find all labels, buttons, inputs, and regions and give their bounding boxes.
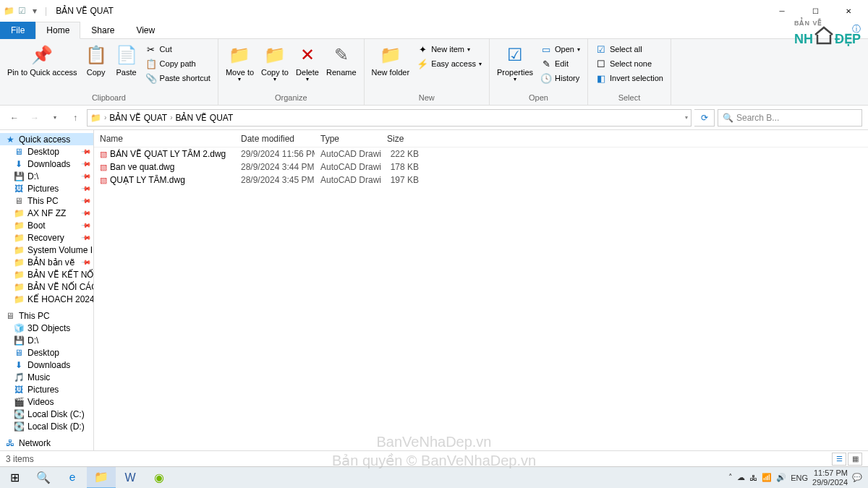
item-icon: ⬇ bbox=[13, 359, 25, 371]
open-button[interactable]: ▭Open▾ bbox=[537, 42, 583, 56]
invert-selection-button[interactable]: ◧Invert selection bbox=[592, 71, 666, 85]
pin-quick-access-button[interactable]: 📌Pin to Quick access bbox=[4, 42, 80, 78]
search-input[interactable]: 🔍 Search B... bbox=[718, 109, 862, 127]
sidebar-item[interactable]: 🖥Desktop📌 bbox=[0, 145, 93, 158]
sidebar-item[interactable]: 📁BẢN VẼ NỐI CÁC TI📌 bbox=[0, 281, 93, 293]
refresh-button[interactable]: ⟳ bbox=[694, 109, 715, 127]
chevron-icon[interactable]: › bbox=[170, 114, 172, 121]
tray-notifications-icon[interactable]: 💬 bbox=[852, 473, 862, 482]
rename-button[interactable]: ✎Rename bbox=[323, 42, 359, 78]
maximize-button[interactable]: ☐ bbox=[799, 0, 832, 22]
copy-path-button[interactable]: 📋Copy path bbox=[142, 56, 213, 71]
sidebar-item[interactable]: 🎵Music bbox=[0, 371, 93, 383]
sidebar-item[interactable]: 💽Local Disk (D:) bbox=[0, 420, 93, 432]
sidebar-quick-access[interactable]: ★Quick access bbox=[0, 133, 93, 145]
folder-icon: 📁 bbox=[3, 5, 14, 17]
easy-access-button[interactable]: ⚡Easy access▾ bbox=[414, 56, 485, 71]
select-none-button[interactable]: ☐Select none bbox=[592, 56, 666, 71]
tray-lang[interactable]: ENG bbox=[791, 474, 808, 482]
sidebar-item[interactable]: 💾D:\ bbox=[0, 334, 93, 346]
item-label: Downloads bbox=[27, 360, 70, 370]
sidebar-item[interactable]: 🖥Desktop bbox=[0, 346, 93, 359]
sidebar-item[interactable]: 📁BẢN bản vẽ📌 bbox=[0, 256, 93, 268]
up-button[interactable]: ↑ bbox=[67, 109, 84, 127]
addr-dropdown-icon[interactable]: ▾ bbox=[685, 114, 688, 121]
new-folder-button[interactable]: 📁New folder bbox=[369, 42, 413, 78]
sidebar-item[interactable]: 📁BẢN VẼ KẾT NỐI MC📌 bbox=[0, 268, 93, 281]
file-row[interactable]: ▧QUẠT LY TÂM.dwg28/9/2024 3:45 PMAutoCAD… bbox=[94, 174, 868, 187]
tray-sound-icon[interactable]: 🔊 bbox=[776, 473, 786, 482]
tab-home[interactable]: Home bbox=[35, 22, 80, 39]
tab-view[interactable]: View bbox=[125, 22, 166, 39]
word-button[interactable]: W bbox=[116, 467, 145, 489]
file-row[interactable]: ▧BẢN VẼ QUAT LY TÂM 2.dwg29/9/2024 11:56… bbox=[94, 147, 868, 160]
back-button[interactable]: ← bbox=[6, 109, 23, 127]
sidebar-item[interactable]: 📁Recovery📌 bbox=[0, 231, 93, 244]
chevron-icon[interactable]: › bbox=[104, 114, 106, 121]
sidebar-item[interactable]: 💾D:\📌 bbox=[0, 170, 93, 182]
forward-button[interactable]: → bbox=[26, 109, 43, 127]
sidebar-item[interactable]: 📁KẾ HOACH 2024📌 bbox=[0, 293, 93, 305]
icons-view-button[interactable]: ▦ bbox=[848, 453, 862, 466]
pin-icon: 📌 bbox=[81, 207, 92, 218]
item-icon: 🧊 bbox=[13, 322, 25, 334]
recent-dropdown[interactable]: ▾ bbox=[46, 109, 64, 127]
clipboard-group-label: Clipboard bbox=[4, 93, 213, 103]
properties-button[interactable]: ☑Properties▾ bbox=[494, 42, 536, 85]
col-name[interactable]: Name bbox=[94, 131, 235, 147]
sidebar-item[interactable]: ⬇Downloads📌 bbox=[0, 158, 93, 170]
sidebar-item[interactable]: 💽Local Disk (C:) bbox=[0, 408, 93, 420]
minimize-button[interactable]: ─ bbox=[765, 0, 799, 22]
sidebar-item[interactable]: 🖥This PC📌 bbox=[0, 194, 93, 207]
breadcrumb-item[interactable]: BẢN VẼ QUAT bbox=[175, 113, 233, 123]
dwg-icon: ▧ bbox=[100, 163, 107, 172]
item-label: Local Disk (C:) bbox=[27, 409, 85, 419]
tray-clock[interactable]: 11:57 PM 29/9/2024 bbox=[812, 468, 848, 486]
sidebar-item[interactable]: 📁AX NF ZZ📌 bbox=[0, 207, 93, 219]
details-view-button[interactable]: ☰ bbox=[832, 453, 846, 466]
sidebar-item[interactable]: 📁Boot📌 bbox=[0, 219, 93, 231]
edit-button[interactable]: ✎Edit bbox=[537, 56, 583, 71]
col-size[interactable]: Size bbox=[381, 131, 425, 147]
sidebar-item[interactable]: ⬇Downloads bbox=[0, 359, 93, 371]
tray-wifi-icon[interactable]: 📶 bbox=[762, 473, 772, 482]
paste-button[interactable]: 📄Paste bbox=[112, 42, 141, 78]
search-button[interactable]: 🔍 bbox=[29, 467, 58, 489]
sidebar-item[interactable]: 🖼Pictures bbox=[0, 383, 93, 395]
sidebar-item[interactable]: 🖼Pictures📌 bbox=[0, 182, 93, 194]
sidebar-item[interactable]: 🎬Videos bbox=[0, 395, 93, 408]
col-date[interactable]: Date modified bbox=[235, 131, 315, 147]
file-row[interactable]: ▧Ban ve quat.dwg28/9/2024 3:44 PMAutoCAD… bbox=[94, 160, 868, 174]
explorer-button[interactable]: 📁 bbox=[87, 467, 116, 489]
copy-to-button[interactable]: 📁Copy to▾ bbox=[258, 42, 292, 85]
col-type[interactable]: Type bbox=[315, 131, 381, 147]
breadcrumb-item[interactable]: BẢN VẼ QUAT bbox=[109, 113, 167, 123]
sidebar-item[interactable]: 📁System Volume I📌 bbox=[0, 244, 93, 256]
move-to-button[interactable]: 📁Move to▾ bbox=[223, 42, 257, 85]
item-icon: 📁 bbox=[13, 232, 25, 244]
tray-onedrive-icon[interactable]: ☁ bbox=[737, 473, 745, 482]
cut-button[interactable]: ✂Cut bbox=[142, 42, 213, 56]
edge-button[interactable]: ｅ bbox=[58, 467, 87, 489]
history-button[interactable]: 🕓History bbox=[537, 71, 583, 85]
paste-shortcut-button[interactable]: 📎Paste shortcut bbox=[142, 71, 213, 85]
close-button[interactable]: ✕ bbox=[832, 0, 865, 22]
new-item-button[interactable]: ✦New item▾ bbox=[414, 42, 485, 56]
sidebar-this-pc[interactable]: 🖥This PC bbox=[0, 309, 93, 322]
address-bar[interactable]: 📁 › BẢN VẼ QUAT › BẢN VẼ QUAT ▾ bbox=[87, 109, 692, 127]
tray-network-icon[interactable]: 🖧 bbox=[749, 474, 757, 482]
select-all-button[interactable]: ☑Select all bbox=[592, 42, 666, 56]
copy-button[interactable]: 📋Copy bbox=[82, 42, 111, 78]
utorrent-button[interactable]: ◉ bbox=[145, 467, 174, 489]
pin-icon: 📌 bbox=[81, 195, 92, 206]
qat-save-icon[interactable]: ☑ bbox=[16, 5, 27, 17]
tab-file[interactable]: File bbox=[0, 22, 35, 39]
delete-button[interactable]: ✕Delete▾ bbox=[293, 42, 322, 85]
tab-share[interactable]: Share bbox=[80, 22, 125, 39]
sidebar-item[interactable]: 🧊3D Objects bbox=[0, 322, 93, 334]
watermark-logo: BẢN VẼ NH ĐẸP bbox=[794, 20, 861, 45]
qat-dropdown-icon[interactable]: ▾ bbox=[29, 5, 41, 17]
tray-up-icon[interactable]: ˄ bbox=[728, 473, 733, 482]
sidebar-network[interactable]: 🖧Network bbox=[0, 437, 93, 449]
start-button[interactable]: ⊞ bbox=[0, 467, 29, 489]
